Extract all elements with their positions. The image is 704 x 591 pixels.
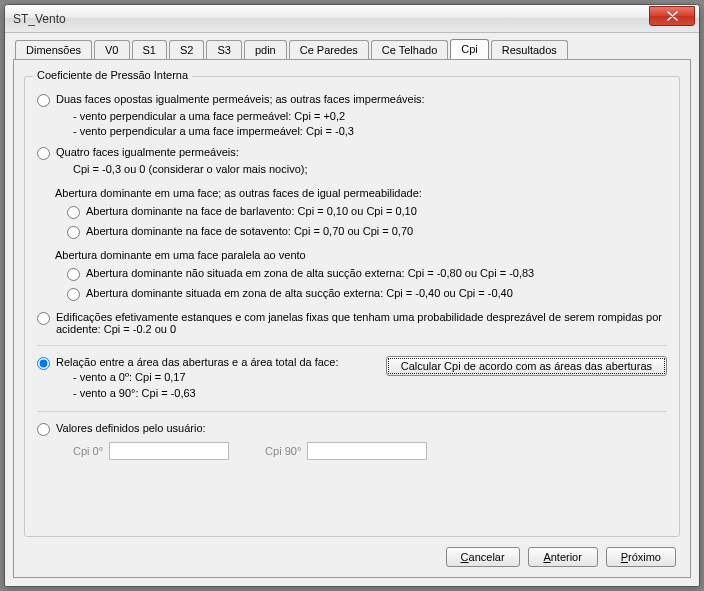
groupbox-title: Coeficiente de Pressão Interna xyxy=(33,69,192,81)
option-label: Abertura dominante na face de sotavento:… xyxy=(86,225,413,237)
cpi90-label: Cpi 90° xyxy=(265,445,301,457)
cancel-button[interactable]: Cancelar xyxy=(446,547,520,567)
heading-abertura-uma-face: Abertura dominante em uma face; as outra… xyxy=(55,187,667,199)
option-relacao-row: Relação entre a área das aberturas e a á… xyxy=(37,356,667,401)
duas-faces-sub2: - vento perpendicular a uma face imperme… xyxy=(73,124,667,139)
titlebar: ST_Vento xyxy=(5,5,699,33)
radio-sotavento[interactable] xyxy=(67,226,80,239)
tab-pdin[interactable]: pdin xyxy=(244,40,287,60)
user-values-row: Cpi 0° Cpi 90° xyxy=(73,442,667,460)
cpi0-input[interactable] xyxy=(109,442,229,460)
option-usuario[interactable]: Valores definidos pelo usuário: xyxy=(37,422,667,436)
divider xyxy=(37,411,667,412)
option-nao-situada[interactable]: Abertura dominante não situada em zona d… xyxy=(67,267,667,281)
option-situada[interactable]: Abertura dominante situada em zona de al… xyxy=(67,287,667,301)
calc-cpi-button[interactable]: Calcular Cpi de acordo com as áreas das … xyxy=(386,356,667,376)
radio-nao-situada[interactable] xyxy=(67,268,80,281)
window-title: ST_Vento xyxy=(13,12,649,26)
duas-faces-sub1: - vento perpendicular a uma face permeáv… xyxy=(73,109,667,124)
close-icon xyxy=(667,11,678,21)
option-label: Abertura dominante na face de barlavento… xyxy=(86,205,417,217)
radio-situada[interactable] xyxy=(67,288,80,301)
wizard-footer: Cancelar Anterior Próximo xyxy=(24,537,680,567)
next-button[interactable]: Próximo xyxy=(606,547,676,567)
option-relacao[interactable]: Relação entre a área das aberturas e a á… xyxy=(37,356,370,370)
close-button[interactable] xyxy=(649,6,695,26)
tab-s2[interactable]: S2 xyxy=(169,40,204,60)
relacao-sub1: - vento a 0º: Cpi = 0,17 xyxy=(73,370,370,385)
option-quatro-faces[interactable]: Quatro faces igualmente permeáveis: xyxy=(37,146,667,160)
heading-abertura-paralela: Abertura dominante em uma face paralela … xyxy=(55,249,667,261)
radio-estanques[interactable] xyxy=(37,312,50,325)
option-label: Abertura dominante situada em zona de al… xyxy=(86,287,513,299)
tab-s1[interactable]: S1 xyxy=(132,40,167,60)
radio-quatro-faces[interactable] xyxy=(37,147,50,160)
option-label: Relação entre a área das aberturas e a á… xyxy=(56,356,339,368)
option-label: Quatro faces igualmente permeáveis: xyxy=(56,146,239,158)
tab-cpi[interactable]: Cpi xyxy=(450,39,489,59)
option-duas-faces[interactable]: Duas faces opostas igualmente permeáveis… xyxy=(37,93,667,107)
tab-resultados[interactable]: Resultados xyxy=(491,40,568,60)
client-area: DimensõesV0S1S2S3pdinCe ParedesCe Telhad… xyxy=(5,33,699,586)
radio-usuario[interactable] xyxy=(37,423,50,436)
tab-strip: DimensõesV0S1S2S3pdinCe ParedesCe Telhad… xyxy=(13,39,691,59)
cpi0-label: Cpi 0° xyxy=(73,445,103,457)
tab-ce-telhado[interactable]: Ce Telhado xyxy=(371,40,448,60)
option-estanques[interactable]: Edificações efetivamente estanques e com… xyxy=(37,311,667,335)
tab-dimensões[interactable]: Dimensões xyxy=(15,40,92,60)
option-label: Edificações efetivamente estanques e com… xyxy=(56,311,667,335)
tab-ce-paredes[interactable]: Ce Paredes xyxy=(289,40,369,60)
quatro-faces-sub1: Cpi = -0,3 ou 0 (considerar o valor mais… xyxy=(73,162,667,177)
option-sotavento[interactable]: Abertura dominante na face de sotavento:… xyxy=(67,225,667,239)
option-label: Duas faces opostas igualmente permeáveis… xyxy=(56,93,425,105)
window: ST_Vento DimensõesV0S1S2S3pdinCe Paredes… xyxy=(4,4,700,587)
option-label: Valores definidos pelo usuário: xyxy=(56,422,206,434)
prev-button[interactable]: Anterior xyxy=(528,547,598,567)
tab-s3[interactable]: S3 xyxy=(206,40,241,60)
option-label: Abertura dominante não situada em zona d… xyxy=(86,267,534,279)
tab-v0[interactable]: V0 xyxy=(94,40,129,60)
divider xyxy=(37,345,667,346)
relacao-sub2: - vento a 90°: Cpi = -0,63 xyxy=(73,386,370,401)
option-barlavento[interactable]: Abertura dominante na face de barlavento… xyxy=(67,205,667,219)
radio-barlavento[interactable] xyxy=(67,206,80,219)
cpi90-input[interactable] xyxy=(307,442,427,460)
radio-relacao[interactable] xyxy=(37,357,50,370)
radio-duas-faces[interactable] xyxy=(37,94,50,107)
tab-panel-cpi: Coeficiente de Pressão Interna Duas face… xyxy=(13,59,691,578)
groupbox-cpi: Coeficiente de Pressão Interna Duas face… xyxy=(24,76,680,537)
